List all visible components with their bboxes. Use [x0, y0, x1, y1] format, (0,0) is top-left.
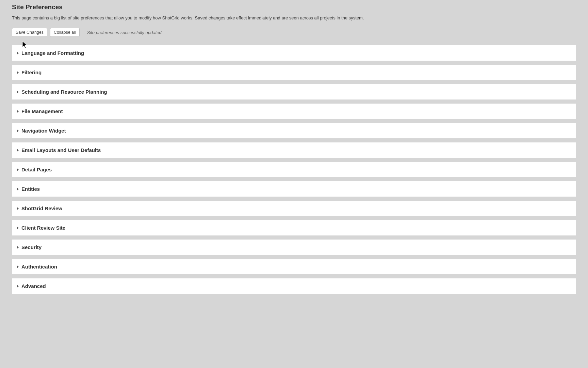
section-email-layouts[interactable]: Email Layouts and User Defaults — [12, 142, 576, 158]
section-advanced[interactable]: Advanced — [12, 278, 576, 294]
page-header: Site Preferences This page contains a bi… — [0, 0, 588, 45]
section-title: Client Review Site — [21, 225, 65, 231]
section-title: Language and Formatting — [21, 50, 84, 56]
section-title: Email Layouts and User Defaults — [21, 147, 101, 153]
chevron-right-icon — [17, 90, 19, 94]
chevron-right-icon — [17, 129, 19, 133]
section-title: Authentication — [21, 264, 57, 270]
section-filtering[interactable]: Filtering — [12, 65, 576, 80]
status-message: Site preferences successfully updated. — [87, 30, 163, 35]
chevron-right-icon — [17, 71, 19, 74]
chevron-right-icon — [17, 110, 19, 113]
section-language-and-formatting[interactable]: Language and Formatting — [12, 45, 576, 61]
section-detail-pages[interactable]: Detail Pages — [12, 162, 576, 177]
chevron-right-icon — [17, 285, 19, 288]
chevron-right-icon — [17, 246, 19, 249]
section-title: ShotGrid Review — [21, 205, 62, 211]
section-title: Security — [21, 244, 42, 250]
section-security[interactable]: Security — [12, 240, 576, 255]
section-title: Detail Pages — [21, 167, 52, 172]
section-authentication[interactable]: Authentication — [12, 259, 576, 274]
chevron-right-icon — [17, 265, 19, 269]
section-title: Advanced — [21, 283, 46, 289]
section-title: Filtering — [21, 70, 42, 75]
section-client-review-site[interactable]: Client Review Site — [12, 220, 576, 235]
page-title: Site Preferences — [12, 3, 576, 11]
section-navigation-widget[interactable]: Navigation Widget — [12, 123, 576, 138]
section-file-management[interactable]: File Management — [12, 104, 576, 119]
chevron-right-icon — [17, 187, 19, 191]
chevron-right-icon — [17, 168, 19, 171]
chevron-right-icon — [17, 149, 19, 152]
chevron-right-icon — [17, 207, 19, 210]
section-title: File Management — [21, 108, 63, 114]
section-entities[interactable]: Entities — [12, 181, 576, 197]
section-title: Entities — [21, 186, 40, 192]
collapse-all-button[interactable]: Collapse all — [50, 28, 80, 37]
toolbar: Save Changes Collapse all Site preferenc… — [12, 28, 576, 45]
chevron-right-icon — [17, 226, 19, 230]
section-title: Scheduling and Resource Planning — [21, 89, 107, 95]
chevron-right-icon — [17, 51, 19, 55]
page-description: This page contains a big list of site pr… — [12, 15, 576, 21]
section-scheduling[interactable]: Scheduling and Resource Planning — [12, 84, 576, 99]
sections-container: Language and Formatting Filtering Schedu… — [0, 45, 588, 294]
section-title: Navigation Widget — [21, 128, 66, 134]
section-shotgrid-review[interactable]: ShotGrid Review — [12, 201, 576, 216]
save-changes-button[interactable]: Save Changes — [12, 28, 47, 37]
